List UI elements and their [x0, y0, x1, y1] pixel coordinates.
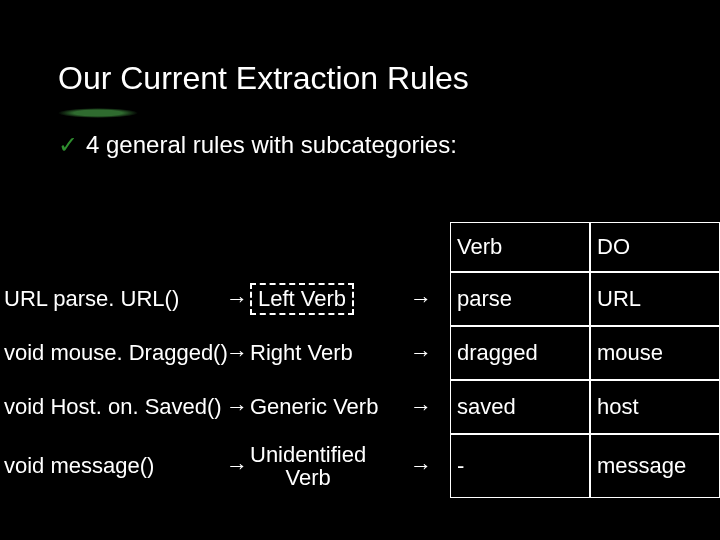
category-label: Unidentified Verb: [250, 443, 366, 489]
arrow-right-icon: →: [226, 394, 248, 420]
bullet-row: ✓ 4 general rules with subcategories:: [0, 97, 720, 159]
category-label: Left Verb: [250, 283, 354, 315]
verb-cell: -: [450, 434, 590, 498]
cat-line2: Verb: [285, 466, 330, 489]
arrow-right-icon: →: [226, 340, 248, 366]
arrow-right-icon: →: [410, 453, 432, 479]
table-header-row: Verb DO: [0, 222, 720, 272]
title-underline: [58, 108, 138, 118]
arrow-right-icon: →: [226, 453, 248, 479]
do-cell: message: [590, 434, 720, 498]
verb-cell: saved: [450, 380, 590, 434]
header-verb: Verb: [450, 222, 590, 272]
arrow-right-icon: →: [410, 340, 432, 366]
category-cell: → Right Verb →: [250, 326, 450, 380]
do-cell: mouse: [590, 326, 720, 380]
code-sample: void Host. on. Saved(): [0, 390, 250, 424]
do-cell: URL: [590, 272, 720, 326]
category-label: Right Verb: [250, 341, 353, 365]
table-row: URL parse. URL() → Left Verb → parse URL: [0, 272, 720, 326]
verb-cell: parse: [450, 272, 590, 326]
code-sample: void mouse. Dragged(): [0, 336, 250, 370]
code-sample: void message(): [0, 449, 250, 483]
arrow-right-icon: →: [410, 394, 432, 420]
header-do: DO: [590, 222, 720, 272]
do-cell: host: [590, 380, 720, 434]
table-row: void mouse. Dragged() → Right Verb → dra…: [0, 326, 720, 380]
bullet-text: 4 general rules with subcategories:: [86, 131, 457, 159]
check-icon: ✓: [58, 133, 78, 157]
arrow-right-icon: →: [226, 286, 248, 312]
arrow-right-icon: →: [410, 286, 432, 312]
category-cell: → Generic Verb →: [250, 380, 450, 434]
table-row: void message() → Unidentified Verb → - m…: [0, 434, 720, 498]
slide-title: Our Current Extraction Rules: [0, 0, 720, 97]
category-cell: → Unidentified Verb →: [250, 434, 450, 498]
verb-cell: dragged: [450, 326, 590, 380]
category-cell: → Left Verb →: [250, 272, 450, 326]
cat-line1: Unidentified: [250, 443, 366, 466]
table-row: void Host. on. Saved() → Generic Verb → …: [0, 380, 720, 434]
code-sample: URL parse. URL(): [0, 282, 250, 316]
content-area: Verb DO URL parse. URL() → Left Verb → p…: [0, 222, 720, 498]
category-label: Generic Verb: [250, 395, 378, 419]
